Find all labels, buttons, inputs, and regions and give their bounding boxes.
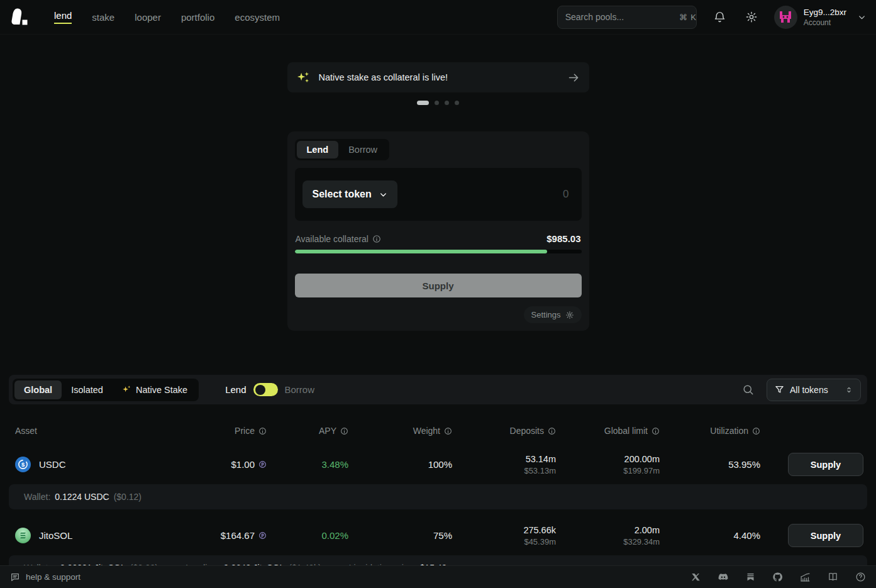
amount-input[interactable]: 0	[563, 188, 568, 201]
x-twitter-icon[interactable]	[691, 572, 701, 582]
asset-global-limit-usd: $329.34m	[556, 537, 660, 546]
token-filter-value: All tokens	[790, 385, 828, 395]
app-footer: help & support	[0, 565, 876, 588]
available-collateral-label: Available collateral	[296, 234, 369, 244]
supply-submit-button[interactable]: Supply	[295, 274, 582, 297]
search-pools-input[interactable]	[565, 12, 679, 22]
asset-price: $164.67	[221, 530, 255, 541]
settings-button[interactable]	[743, 8, 760, 26]
token-filter-select[interactable]: All tokens	[767, 379, 861, 401]
header-apy: APY	[319, 426, 336, 436]
jitosol-token-icon	[15, 528, 31, 543]
account-avatar[interactable]	[774, 6, 797, 29]
table-row[interactable]: $ USDC $1.00 3.48% 100% 53.14m $53.13m	[9, 447, 867, 482]
svg-text:$: $	[21, 462, 25, 468]
account-info[interactable]: Eyg9...2bxr Account	[804, 8, 846, 27]
search-pools-box[interactable]: ⌘ K	[557, 6, 697, 29]
wallet-usd: ($0.12)	[114, 492, 141, 502]
funnel-icon	[775, 385, 784, 394]
info-icon[interactable]	[651, 427, 660, 435]
info-icon[interactable]	[258, 427, 267, 435]
header-global-limit: Global limit	[604, 426, 648, 436]
asset-deposits: 53.14m	[452, 454, 556, 464]
carousel-dot[interactable]	[435, 101, 439, 105]
select-token-button[interactable]: Select token	[302, 180, 397, 208]
asset-deposits: 275.66k	[452, 525, 556, 535]
arrow-right-icon[interactable]	[567, 71, 580, 84]
tab-global[interactable]: Global	[14, 380, 62, 399]
info-icon[interactable]	[372, 235, 381, 243]
nav-ecosystem[interactable]: ecosystem	[235, 12, 280, 23]
help-support-button[interactable]: help & support	[10, 572, 80, 582]
info-icon[interactable]	[340, 427, 348, 435]
search-icon[interactable]	[742, 384, 754, 396]
announcement-banner[interactable]: Native stake as collateral is live!	[287, 62, 589, 92]
header-price: Price	[235, 426, 255, 436]
asset-apy: 0.02%	[267, 530, 348, 541]
carousel-dot[interactable]	[445, 101, 449, 105]
lend-borrow-toggle-group: Lend Borrow	[225, 383, 314, 396]
asset-global-limit: 2.00m	[556, 525, 660, 535]
available-collateral-value: $985.03	[546, 233, 580, 244]
carousel-dot-active[interactable]	[417, 101, 429, 105]
analytics-chart-icon[interactable]	[800, 572, 811, 582]
search-shortcut: ⌘ K	[679, 13, 697, 22]
tab-isolated[interactable]: Isolated	[62, 380, 113, 399]
info-icon[interactable]	[548, 427, 556, 435]
gear-icon	[565, 311, 574, 319]
table-row[interactable]: JitoSOL $164.67 0.02% 75% 275.66k $45.39…	[9, 518, 867, 553]
asset-name: USDC	[39, 459, 66, 470]
pyth-oracle-icon[interactable]	[258, 460, 267, 469]
pool-type-tabs: Global Isolated Native Stake	[13, 379, 199, 401]
discord-icon[interactable]	[718, 572, 729, 583]
nav-looper[interactable]: looper	[135, 12, 161, 23]
pyth-oracle-icon[interactable]	[258, 531, 267, 540]
toggle-lend-label[interactable]: Lend	[225, 384, 246, 395]
asset-group-usdc: $ USDC $1.00 3.48% 100% 53.14m $53.13m	[9, 447, 867, 509]
lend-action-card: Lend Borrow Select token 0 Available col…	[287, 131, 589, 331]
docs-book-icon[interactable]	[828, 572, 838, 582]
substack-icon[interactable]	[746, 572, 755, 582]
help-question-icon[interactable]	[855, 572, 866, 582]
nav-portfolio[interactable]: portfolio	[181, 12, 214, 23]
account-menu-chevron[interactable]	[858, 13, 866, 21]
asset-name: JitoSOL	[39, 530, 72, 541]
primary-nav: lend stake looper portfolio ecosystem	[54, 10, 280, 24]
nav-stake[interactable]: stake	[92, 12, 114, 23]
nav-lend[interactable]: lend	[54, 10, 72, 24]
github-icon[interactable]	[772, 572, 783, 582]
updown-chevrons-icon	[845, 386, 853, 394]
toggle-borrow-label[interactable]: Borrow	[285, 384, 315, 395]
avatar-pixel-art	[779, 10, 792, 24]
collateral-progress-track	[295, 250, 582, 253]
marginfi-logo[interactable]	[9, 7, 29, 27]
markets-table: Asset Price APY Weight Deposits Global l…	[9, 417, 867, 580]
row-supply-button[interactable]: Supply	[788, 453, 863, 476]
wallet-amount: 0.1224 USDC	[55, 492, 109, 502]
usdc-token-icon: $	[15, 457, 31, 472]
carousel-dots	[287, 101, 589, 105]
banner-message: Native stake as collateral is live!	[319, 72, 448, 82]
carousel-dot[interactable]	[455, 101, 459, 105]
markets-filter-bar: Global Isolated Native Stake Lend Borrow	[9, 375, 867, 404]
card-settings-button[interactable]: Settings	[524, 306, 582, 323]
select-token-label: Select token	[313, 189, 372, 200]
info-icon[interactable]	[752, 427, 760, 435]
sparkles-icon	[296, 70, 311, 85]
header-utilization: Utilization	[710, 426, 748, 436]
table-header-row: Asset Price APY Weight Deposits Global l…	[9, 417, 867, 447]
toggle-knob	[255, 385, 265, 395]
asset-weight: 75%	[348, 530, 452, 541]
wallet-label: Wallet:	[24, 492, 50, 502]
tab-lend[interactable]: Lend	[297, 141, 339, 158]
wallet-info-row: Wallet: 0.1224 USDC ($0.12)	[9, 484, 867, 509]
tab-native-stake[interactable]: Native Stake	[113, 380, 197, 399]
lend-borrow-tabs: Lend Borrow	[295, 139, 390, 160]
tab-borrow[interactable]: Borrow	[338, 141, 387, 158]
lend-borrow-toggle[interactable]	[253, 383, 278, 396]
row-supply-button[interactable]: Supply	[788, 524, 863, 547]
header-deposits: Deposits	[510, 426, 544, 436]
bell-icon	[713, 11, 726, 24]
info-icon[interactable]	[444, 427, 452, 435]
notifications-button[interactable]	[711, 8, 729, 26]
